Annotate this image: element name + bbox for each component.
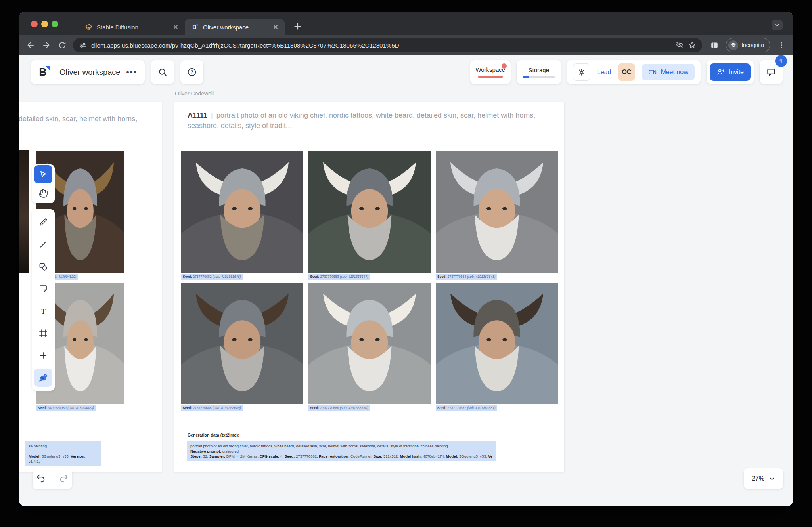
stable-diffusion-favicon <box>85 23 93 31</box>
forward-button[interactable] <box>39 38 54 53</box>
viking-portrait-image <box>436 151 558 273</box>
minimize-window-button[interactable] <box>41 21 48 27</box>
line-tool[interactable] <box>34 235 52 254</box>
invite-button[interactable]: Invite <box>710 63 751 81</box>
panel-title-text: portrait photo of an old viking chief, n… <box>188 111 535 130</box>
sparkle-icon <box>577 67 586 77</box>
lead-link[interactable]: Lead <box>597 69 611 76</box>
main-image-panel[interactable]: A1111|portrait photo of an old viking ch… <box>174 102 565 472</box>
frame-icon <box>38 328 48 338</box>
generated-image-tile[interactable]: Seed: 2737770685 (sub: 4191363649) <box>181 283 303 411</box>
frame-tool[interactable] <box>34 324 52 342</box>
seed-label[interactable]: Seed: 2737770685 (sub: 4191363649) <box>181 405 303 411</box>
new-tab-button[interactable] <box>293 21 303 31</box>
incognito-label: Incognito <box>741 42 764 48</box>
tab-stable-diffusion[interactable]: Stable Diffusion <box>79 19 185 35</box>
add-tool[interactable] <box>34 346 52 365</box>
shape-tool[interactable] <box>34 258 52 276</box>
app-header: B Oliver workspace ••• ? Workspace <box>31 60 783 84</box>
redo-button[interactable] <box>57 472 70 485</box>
sparkle-ai-button[interactable] <box>573 63 590 81</box>
bookmark-star-icon[interactable] <box>688 41 697 50</box>
seed-label[interactable]: Seed: 3492520989 (sub: 413004823) <box>36 405 124 411</box>
collaboration-card: Lead OC Meet now <box>567 60 701 84</box>
pencil-tool[interactable] <box>34 213 52 231</box>
left-panel-title-fragment: detailed skin, scar, helmet with horns, <box>19 115 137 123</box>
seed-label[interactable]: Seed: 2737770687 (sub: 4191363651) <box>436 405 558 411</box>
tool-palette-primary <box>32 164 55 203</box>
shapes-icon <box>38 262 48 271</box>
window-controls <box>31 21 58 27</box>
pencil-icon <box>38 218 48 227</box>
seed-label[interactable]: Seed: 2737770682 (sub: 4191363646) <box>181 274 303 280</box>
select-tool[interactable] <box>34 165 52 183</box>
chat-button[interactable]: 1 <box>760 60 783 84</box>
meet-now-button[interactable]: Meet now <box>642 64 694 80</box>
zoom-window-button[interactable] <box>52 21 58 27</box>
address-bar[interactable]: client.apps.us.bluescape.com/pv-hzqGb_A1… <box>73 38 702 52</box>
back-button[interactable] <box>23 38 38 53</box>
workspace-title: Oliver workspace <box>59 68 120 77</box>
browser-menu-kebab-icon[interactable] <box>774 38 789 53</box>
ai-assistant-tool[interactable] <box>34 369 52 387</box>
zoom-control[interactable]: 27% <box>744 468 783 489</box>
panel-author-label: Oliver Codewell <box>175 90 214 97</box>
search-icon <box>157 67 168 77</box>
undo-button[interactable] <box>34 472 48 485</box>
generated-image-tile[interactable]: Seed: 2737770686 (sub: 4191363650) <box>308 283 431 411</box>
notification-dot <box>502 63 507 69</box>
hand-icon <box>38 189 48 198</box>
side-panel-icon[interactable] <box>707 38 722 53</box>
chat-unread-badge: 1 <box>775 55 787 67</box>
generated-image-tile[interactable]: Seed: 2737770683 (sub: 4191363647) <box>308 151 431 280</box>
close-tab-icon[interactable] <box>272 23 279 31</box>
eye-hidden-icon[interactable] <box>675 41 684 50</box>
generated-image-tile[interactable]: Seed: 2737770687 (sub: 4191363651) <box>436 283 558 411</box>
seed-label[interactable]: Seed: 2737770683 (sub: 4191363647) <box>308 274 431 280</box>
generated-image-tile[interactable]: Seed: 2737770684 (sub: 4191363648) <box>436 151 558 280</box>
tab-workspace[interactable]: Workspace <box>470 60 511 84</box>
seed-label[interactable]: Seed: 2737770684 (sub: 4191363648) <box>436 274 558 280</box>
user-avatar[interactable]: OC <box>618 63 635 81</box>
tab-list-chevron-button[interactable] <box>772 20 783 30</box>
sticky-note-tool[interactable] <box>34 280 52 298</box>
workspace-title-card[interactable]: B Oliver workspace ••• <box>31 60 145 84</box>
storage-progress-bar <box>523 76 555 78</box>
url-text[interactable]: client.apps.us.bluescape.com/pv-hzqGb_A1… <box>91 42 671 49</box>
close-window-button[interactable] <box>31 21 38 27</box>
invite-label: Invite <box>729 69 744 76</box>
workspace-tab-label: Workspace <box>475 66 505 73</box>
tab-label: Stable Diffusion <box>97 24 168 31</box>
site-settings-icon[interactable] <box>79 41 87 50</box>
help-button[interactable]: ? <box>180 60 203 84</box>
search-button[interactable] <box>151 60 174 84</box>
left-generation-data-fragment[interactable]: se painting Model: 3Guofeng3_v33, Versio… <box>25 441 101 466</box>
desktop-background: Stable Diffusion B Oliver workspace <box>0 0 812 527</box>
chevron-down-icon <box>768 475 776 482</box>
svg-text:?: ? <box>191 69 193 75</box>
tab-oliver-workspace[interactable]: B Oliver workspace <box>185 19 285 35</box>
divider <box>54 65 54 79</box>
seed-label[interactable]: Seed: 2737770686 (sub: 4191363650) <box>308 405 431 411</box>
image-grid: Seed: 2737770682 (sub: 4191363646) Seed:… <box>181 151 558 411</box>
tab-storage[interactable]: Storage <box>517 60 561 84</box>
hand-tool[interactable] <box>34 184 52 202</box>
line-icon <box>38 240 48 249</box>
history-controls <box>33 468 72 489</box>
viking-portrait-image <box>436 283 558 404</box>
generation-data-heading: Generation data (txt2img): <box>188 433 239 437</box>
generated-image-tile[interactable]: Seed: 2737770682 (sub: 4191363646) <box>181 151 303 280</box>
panel-title: A1111|portrait photo of an old viking ch… <box>188 110 549 131</box>
panel-title-divider: | <box>211 111 213 119</box>
plus-icon <box>38 351 48 360</box>
offscreen-image-edge[interactable] <box>19 150 29 273</box>
reload-button[interactable] <box>55 38 70 53</box>
close-tab-icon[interactable] <box>172 23 179 31</box>
text-icon: T <box>38 306 48 316</box>
text-tool[interactable]: T <box>34 302 52 320</box>
generation-negative-prompt: Negative prompt: disfigured <box>190 449 492 454</box>
tool-palette-secondary: T <box>32 209 55 391</box>
generation-data-block[interactable]: portrait photo of an old viking chief, n… <box>187 441 496 461</box>
workspace-menu-icon[interactable]: ••• <box>125 68 138 77</box>
incognito-badge: Incognito <box>726 38 770 52</box>
